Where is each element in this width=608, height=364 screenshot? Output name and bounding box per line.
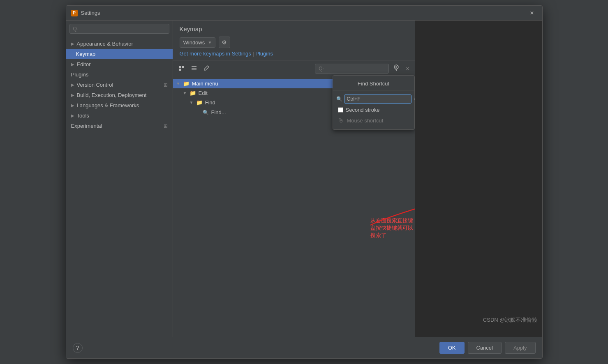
shortcut-input[interactable] xyxy=(344,94,411,104)
main-content: ▶ Appearance & Behavior Keymap ▶ Editor … xyxy=(66,21,542,337)
second-stroke-checkbox[interactable] xyxy=(338,107,343,113)
sidebar-item-keymap[interactable]: Keymap xyxy=(66,49,173,59)
close-button[interactable]: × xyxy=(527,8,537,18)
settings-link[interactable]: Get more keymaps in Settings | Plugins xyxy=(180,51,408,57)
close-search-button[interactable]: × xyxy=(404,64,411,73)
tree-item-label: Edit xyxy=(199,90,208,96)
bottom-bar: ? OK Cancel Apply xyxy=(66,337,542,358)
second-stroke-label[interactable]: Second stroke xyxy=(338,107,380,113)
find-shortcut-button[interactable] xyxy=(391,63,402,74)
settings-window: P Settings × ▶ Appearance & Behavior Key… xyxy=(66,5,543,359)
chevron-right-icon: ▶ xyxy=(71,103,74,108)
chevron-right-icon: ▶ xyxy=(71,41,74,46)
tree-arrow-icon: ▼ xyxy=(176,81,181,86)
svg-rect-1 xyxy=(179,69,181,71)
sidebar-item-languages[interactable]: ▶ Languages & Frameworks xyxy=(66,100,173,111)
second-stroke-row: Second stroke xyxy=(333,105,414,115)
tree-search-input[interactable] xyxy=(315,64,389,74)
mouse-icon: 🖱 xyxy=(338,117,344,124)
search-icon: 🔍 xyxy=(203,110,209,115)
ok-button[interactable]: OK xyxy=(439,342,465,354)
chevron-right-icon: ▶ xyxy=(71,83,74,87)
shortcut-clear-button[interactable]: × xyxy=(413,95,415,103)
chevron-right-icon: ▶ xyxy=(71,93,74,97)
sidebar-search-container xyxy=(66,21,173,37)
sidebar-item-editor[interactable]: ▶ Editor xyxy=(66,59,173,69)
shortcut-input-row: 🔍 × xyxy=(333,93,414,105)
sidebar-item-label: Plugins xyxy=(71,71,89,78)
sidebar-item-label: Editor xyxy=(77,61,91,67)
folder-icon: 📁 xyxy=(196,99,203,106)
sidebar-item-build[interactable]: ▶ Build, Execution, Deployment xyxy=(66,90,173,100)
sidebar-item-label: Languages & Frameworks xyxy=(77,102,139,108)
find-shortcut-title: Find Shortcut xyxy=(333,79,414,90)
sidebar-item-label: Experimental xyxy=(71,123,102,129)
keymap-select-wrapper: Windows macOS Linux ▼ xyxy=(180,37,215,48)
keymap-controls: Windows macOS Linux ▼ ⚙ xyxy=(180,37,408,48)
gear-button[interactable]: ⚙ xyxy=(219,37,230,48)
chevron-right-icon: ▶ xyxy=(71,62,74,67)
find-shortcut-dropdown: Find Shortcut 🔍 × Second stroke 🖱 xyxy=(333,75,415,130)
watermark-text: CSDN @冰默不准偷懒 xyxy=(483,316,537,332)
sidebar-item-experimental[interactable]: Experimental ⊞ xyxy=(66,121,173,131)
mouse-shortcut-label: Mouse shortcut xyxy=(347,117,384,124)
app-icon: P xyxy=(71,10,78,16)
sidebar-item-version-control[interactable]: ▶ Version Control ⊞ xyxy=(66,80,173,90)
right-sidebar-panel: CSDN @冰默不准偷懒 xyxy=(415,21,542,337)
sidebar-item-label: Build, Execution, Deployment xyxy=(77,92,147,98)
right-panel: Keymap Windows macOS Linux ▼ ⚙ Get mor xyxy=(173,21,415,337)
tree-item-label: Main menu xyxy=(192,81,218,87)
sidebar-item-label: Keymap xyxy=(76,51,96,57)
sidebar-item-appearance[interactable]: ▶ Appearance & Behavior xyxy=(66,39,173,49)
panel-header: Keymap Windows macOS Linux ▼ ⚙ Get mor xyxy=(173,21,415,60)
folder-icon: 📁 xyxy=(183,81,190,87)
window-title: Settings xyxy=(81,10,527,16)
folder-icon: 📁 xyxy=(190,90,196,96)
sidebar-item-label: Appearance & Behavior xyxy=(77,41,133,47)
svg-rect-0 xyxy=(179,66,181,68)
cancel-button[interactable]: Cancel xyxy=(468,342,502,354)
expand-all-button[interactable] xyxy=(189,64,199,74)
sidebar-item-label: Tools xyxy=(77,113,89,119)
mouse-shortcut-row[interactable]: 🖱 Mouse shortcut xyxy=(333,115,414,126)
keymap-select[interactable]: Windows macOS Linux xyxy=(180,37,215,48)
sidebar-item-plugins[interactable]: Plugins xyxy=(66,69,173,80)
chevron-right-icon: ▶ xyxy=(71,113,74,118)
keymap-links: Get more keymaps in Settings | Plugins xyxy=(180,51,408,57)
tree-toolbar: × Find Shortcut 🔍 × Second stroke xyxy=(173,60,415,77)
sidebar-search-input[interactable] xyxy=(69,24,169,34)
tree-item-label: Find xyxy=(205,99,215,106)
tree-arrow-icon: ▼ xyxy=(183,91,188,95)
sidebar-item-label: Version Control xyxy=(77,82,113,88)
edit-button[interactable] xyxy=(201,64,212,74)
collapse-all-button[interactable] xyxy=(176,64,187,74)
title-bar: P Settings × xyxy=(66,6,542,21)
tree-arrow-icon: ▼ xyxy=(190,100,194,105)
sidebar-item-tools[interactable]: ▶ Tools xyxy=(66,111,173,121)
apply-button[interactable]: Apply xyxy=(505,342,536,354)
help-button[interactable]: ? xyxy=(73,343,83,353)
annotation-text: 从右面搜索直接键盘按快捷键就可以搜索了 xyxy=(370,217,415,239)
tree-item-label: Find... xyxy=(211,109,226,115)
sidebar-nav: ▶ Appearance & Behavior Keymap ▶ Editor … xyxy=(66,37,173,337)
sidebar: ▶ Appearance & Behavior Keymap ▶ Editor … xyxy=(66,21,173,337)
svg-rect-2 xyxy=(182,66,184,68)
panel-title: Keymap xyxy=(180,25,408,32)
shortcut-search-icon: 🔍 xyxy=(336,96,342,102)
